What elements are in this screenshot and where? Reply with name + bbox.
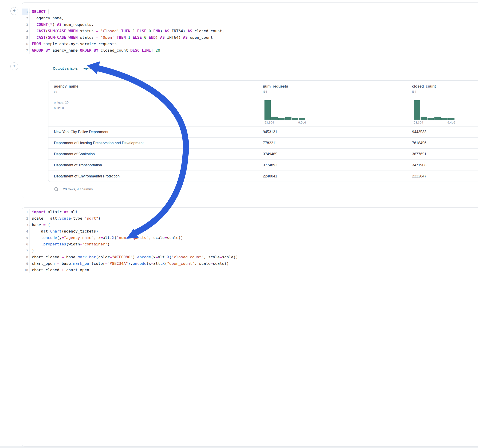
table-cell[interactable]: Department of Sanitation: [54, 149, 95, 160]
line-number: 3: [22, 222, 28, 228]
table-cell[interactable]: New York City Police Department: [54, 126, 108, 137]
table-row-count: 20 rows, 4 columns: [63, 187, 93, 191]
output-variable-label: Output variable:: [53, 67, 78, 70]
table-row[interactable]: Department of Environmental Protection22…: [48, 171, 478, 182]
column-header-num-requests[interactable]: num_requests i64: [263, 84, 323, 93]
code-line[interactable]: 10chart_closed + chart_open: [22, 267, 478, 273]
table-cell[interactable]: 7782211: [263, 137, 277, 149]
table-cell[interactable]: 9443533: [412, 126, 426, 137]
code-line[interactable]: 7GROUP BY agency_name ORDER BY closed_co…: [22, 47, 478, 54]
table-row[interactable]: Department of Sanitation37494853677651: [48, 148, 478, 160]
code-line[interactable]: 2scale = alt.Scale(type="sqrt"): [22, 215, 478, 222]
table-footer: 20 rows, 4 columns: [54, 186, 93, 192]
column-header-closed-count[interactable]: closed_count i64: [412, 84, 472, 93]
line-number: 6: [22, 41, 28, 47]
table-row[interactable]: Department of Housing Preservation and D…: [48, 137, 478, 149]
line-number: 9: [22, 260, 28, 267]
code-line[interactable]: 1import altair as alt: [22, 209, 478, 215]
hist-max-label: 9.4e6: [447, 121, 455, 124]
table-cell[interactable]: Department of Environmental Protection: [54, 171, 120, 182]
code-line[interactable]: 3 COUNT(*) AS num_requests,: [22, 21, 478, 28]
line-number: 7: [22, 47, 28, 54]
hist-min-label: 53,304: [264, 121, 274, 124]
table-cell[interactable]: 9453131: [263, 126, 277, 137]
code-line[interactable]: 4 alt.Chart(agency_tickets): [22, 228, 478, 235]
page-bottom-band: [0, 446, 478, 448]
table-cell[interactable]: Department of Transportation: [54, 160, 102, 171]
line-number: 8: [22, 254, 28, 260]
line-number: 4: [22, 228, 28, 235]
code-line[interactable]: 2 agency_name,: [22, 15, 478, 21]
line-number: 3: [22, 21, 28, 28]
table-cell[interactable]: 7618456: [412, 137, 426, 149]
histogram-closed-count: [414, 100, 455, 120]
line-number: 4: [22, 28, 28, 34]
results-table[interactable]: agency_name str unique: 20 nulls: 0 num_…: [48, 81, 478, 182]
output-variable-pill[interactable]: agency_tickets: [82, 66, 102, 71]
column-meta-nulls: nulls: 0: [54, 105, 142, 111]
table-cell[interactable]: 3774892: [263, 160, 277, 171]
line-number: 1: [22, 8, 28, 15]
column-meta-unique: unique: 20: [54, 100, 142, 105]
code-line[interactable]: 4 CAST(SUM(CASE WHEN status = 'Closed' T…: [22, 28, 478, 34]
code-line[interactable]: 9chart_open = base.mark_bar(color="#8BC3…: [22, 260, 478, 267]
table-row[interactable]: Department of Transportation377489234719…: [48, 160, 478, 171]
code-line[interactable]: 1⌄SELECT: [22, 8, 478, 15]
code-line[interactable]: 6FROM sample_data.nyc.service_requests: [22, 41, 478, 47]
code-line[interactable]: 7): [22, 248, 478, 254]
column-header-agency-name[interactable]: agency_name str unique: 20 nulls: 0: [54, 84, 142, 111]
table-row[interactable]: New York City Police Department945313194…: [48, 126, 478, 137]
hist-min-label: 53,304: [414, 121, 423, 124]
add-cell-button-top[interactable]: +: [10, 7, 18, 15]
table-cell[interactable]: 3749485: [263, 149, 277, 160]
search-icon[interactable]: [54, 187, 58, 191]
code-line[interactable]: 3⌄base = (: [22, 222, 478, 228]
python-cell[interactable]: 1import altair as alt2scale = alt.Scale(…: [22, 207, 478, 447]
line-number: 2: [22, 15, 28, 21]
line-number: 10: [22, 267, 28, 273]
line-number: 5: [22, 235, 28, 241]
histogram-num-requests: [264, 100, 306, 120]
line-number: 1: [22, 209, 28, 215]
hist-max-label: 9.5e6: [298, 121, 306, 124]
previous-cell-edge: [25, 1, 478, 1]
table-cell[interactable]: 2240041: [263, 171, 277, 182]
sql-cell[interactable]: 1⌄SELECT 2 agency_name,3 COUNT(*) AS num…: [22, 2, 478, 198]
code-line[interactable]: 5 CAST(SUM(CASE WHEN status = 'Open' THE…: [22, 34, 478, 41]
code-line[interactable]: 6 .properties(width="container"): [22, 241, 478, 248]
line-number: 5: [22, 34, 28, 41]
table-cell[interactable]: Department of Housing Preservation and D…: [54, 137, 144, 149]
sql-code-editor[interactable]: 1⌄SELECT 2 agency_name,3 COUNT(*) AS num…: [22, 8, 478, 54]
line-number: 2: [22, 215, 28, 222]
table-cell[interactable]: 3471908: [412, 160, 426, 171]
python-code-editor[interactable]: 1import altair as alt2scale = alt.Scale(…: [22, 209, 478, 273]
add-cell-button-middle[interactable]: +: [10, 62, 18, 70]
table-cell[interactable]: 3677651: [412, 149, 426, 160]
table-cell[interactable]: 2222847: [412, 171, 426, 182]
line-number: 6: [22, 241, 28, 248]
code-line[interactable]: 8chart_closed = base.mark_bar(color="#FF…: [22, 254, 478, 260]
line-number: 7: [22, 248, 28, 254]
code-line[interactable]: 5 .encode(y="agency_name", x=alt.X("num_…: [22, 235, 478, 241]
